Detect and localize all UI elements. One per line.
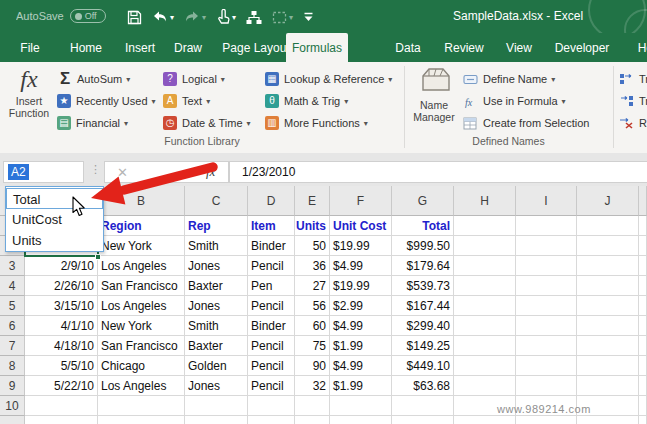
cell[interactable] [516, 356, 577, 376]
cell[interactable] [516, 376, 577, 396]
cell[interactable]: 56 [295, 296, 330, 316]
create-from-selection-button[interactable]: Create from Selection [463, 112, 589, 134]
cell[interactable] [454, 336, 516, 356]
math-trig-button[interactable]: θMath & Trig▾ [265, 90, 392, 112]
cell[interactable] [454, 276, 516, 296]
insert-function-button[interactable]: fx Insert Function [5, 66, 53, 142]
dropdown-item-total[interactable]: Total [6, 188, 103, 209]
selection-marquee-button[interactable]: ▾ [267, 5, 298, 29]
cell[interactable]: Pencil [248, 336, 295, 356]
cell[interactable] [25, 416, 98, 424]
cell[interactable] [639, 356, 647, 376]
fill-handle[interactable] [95, 254, 101, 260]
cell[interactable]: 3/15/10 [25, 296, 98, 316]
cell[interactable] [392, 396, 454, 416]
column-header-C[interactable]: C [185, 186, 248, 216]
cell[interactable] [639, 276, 647, 296]
row-header-4[interactable]: 4 [0, 276, 25, 296]
cell[interactable]: $299.40 [392, 316, 454, 336]
cell[interactable]: Jones [185, 376, 248, 396]
cell[interactable]: Pencil [248, 356, 295, 376]
cell[interactable] [98, 396, 185, 416]
cell[interactable]: Pencil [248, 376, 295, 396]
cell[interactable]: 50 [295, 236, 330, 256]
cell[interactable] [516, 236, 577, 256]
cell[interactable] [295, 416, 330, 424]
cell[interactable]: 4/18/10 [25, 336, 98, 356]
cancel-icon[interactable]: ✕ [117, 165, 128, 180]
cell[interactable]: Unit Cost [330, 216, 392, 236]
cell[interactable]: $19.99 [330, 276, 392, 296]
cell[interactable]: Smith [185, 316, 248, 336]
insert-function-fx-icon[interactable]: fx [206, 164, 215, 180]
autosum-button[interactable]: ΣAutoSum▾ [57, 68, 156, 90]
cell[interactable]: 60 [295, 316, 330, 336]
customize-toolbar-button[interactable] [298, 5, 319, 29]
touch-mode-button[interactable]: ▾ [211, 5, 241, 29]
cell[interactable] [454, 296, 516, 316]
column-header-F[interactable]: F [330, 186, 392, 216]
cell[interactable]: 27 [295, 276, 330, 296]
cell[interactable]: San Francisco [98, 276, 185, 296]
cell[interactable]: 4/1/10 [25, 316, 98, 336]
tab-insert[interactable]: Insert [118, 33, 162, 62]
cell[interactable]: Golden [185, 356, 248, 376]
cell[interactable] [516, 336, 577, 356]
cell[interactable]: Baxter [185, 336, 248, 356]
cell[interactable]: Pencil [248, 296, 295, 316]
row-header-8[interactable]: 8 [0, 356, 25, 376]
cell[interactable]: Rep [185, 216, 248, 236]
cell[interactable] [516, 276, 577, 296]
row-header-10[interactable]: 10 [0, 396, 25, 416]
tab-developer[interactable]: Developer [544, 33, 620, 62]
tab-draw[interactable]: Draw [168, 33, 208, 62]
cell[interactable] [454, 316, 516, 336]
date-time-button[interactable]: ◷Date & Time▾ [163, 112, 251, 134]
row-header-9[interactable]: 9 [0, 376, 25, 396]
cell[interactable] [516, 416, 577, 424]
org-chart-button[interactable] [241, 5, 267, 29]
tab-view[interactable]: View [498, 33, 540, 62]
more-functions-button[interactable]: ▥More Functions▾ [265, 112, 392, 134]
row-header-5[interactable]: 5 [0, 296, 25, 316]
redo-button[interactable]: ▾ [179, 5, 211, 29]
cell[interactable] [639, 336, 647, 356]
cell[interactable] [185, 396, 248, 416]
cell[interactable] [454, 236, 516, 256]
tab-data[interactable]: Data [388, 33, 428, 62]
cell[interactable] [248, 396, 295, 416]
row-header-7[interactable]: 7 [0, 336, 25, 356]
dropdown-item-units[interactable]: Units [6, 230, 103, 251]
cell[interactable] [639, 316, 647, 336]
cell[interactable]: $999.50 [392, 236, 454, 256]
use-in-formula-button[interactable]: fxUse in Formula▾ [463, 90, 589, 112]
row-header-6[interactable]: 6 [0, 316, 25, 336]
column-header-D[interactable]: D [248, 186, 295, 216]
cell[interactable] [639, 376, 647, 396]
cell[interactable] [577, 216, 639, 236]
column-header-G[interactable]: G [392, 186, 454, 216]
autosave-pill[interactable]: Off [70, 9, 106, 23]
cell[interactable] [330, 416, 392, 424]
column-header-E[interactable]: E [295, 186, 330, 216]
cell[interactable] [639, 416, 647, 424]
row-header-3[interactable]: 3 [0, 256, 25, 276]
cell[interactable]: Jones [185, 296, 248, 316]
cell[interactable]: 5/22/10 [25, 376, 98, 396]
tab-file[interactable]: File [13, 33, 47, 62]
define-name-button[interactable]: Define Name▾ [463, 68, 589, 90]
text-button[interactable]: AText▾ [163, 90, 251, 112]
cell[interactable] [185, 416, 248, 424]
cell[interactable] [577, 416, 639, 424]
lookup-reference-button[interactable]: ▦Lookup & Reference▾ [265, 68, 392, 90]
save-button[interactable] [122, 5, 147, 29]
cell[interactable]: $539.73 [392, 276, 454, 296]
cell[interactable] [248, 416, 295, 424]
cell[interactable] [639, 256, 647, 276]
column-header-I[interactable]: I [516, 186, 577, 216]
cell[interactable] [577, 336, 639, 356]
cell[interactable] [516, 316, 577, 336]
cell[interactable]: $4.99 [330, 316, 392, 336]
cell[interactable]: 75 [295, 336, 330, 356]
cell[interactable] [98, 416, 185, 424]
